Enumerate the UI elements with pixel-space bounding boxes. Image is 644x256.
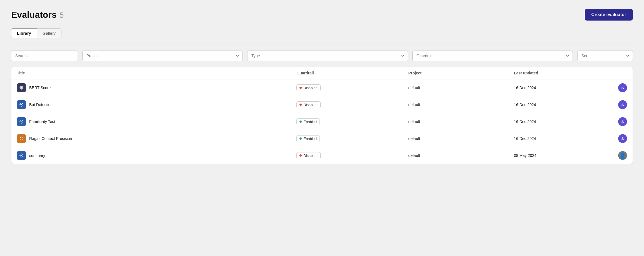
title-cell: BERT Score (11, 79, 291, 96)
table-body: BERT Score Disabled default 16 Dec 2024 … (11, 79, 633, 164)
svg-point-8 (20, 154, 23, 157)
evaluator-title: summary (29, 153, 45, 158)
project-filter[interactable]: Project (82, 51, 243, 61)
avatar: S (618, 134, 627, 143)
evaluator-count: 5 (60, 11, 64, 20)
title-cell: Familiarity Test (11, 113, 291, 130)
col-header-project: Project (403, 67, 508, 79)
last-updated-date: 08 May 2024 (514, 153, 536, 158)
svg-point-3 (20, 120, 23, 123)
evaluator-icon (17, 117, 26, 126)
guardrail-badge: Enabled (296, 135, 320, 142)
svg-point-0 (21, 87, 22, 89)
evaluator-icon (17, 100, 26, 109)
sort-select[interactable]: Sort (577, 51, 633, 61)
last-updated-cell: 16 Dec 2024 S (508, 96, 633, 113)
table-row[interactable]: BERT Score Disabled default 16 Dec 2024 … (11, 79, 633, 96)
guardrail-badge: Disabled (296, 152, 321, 159)
table-row[interactable]: Familiarity Test Enabled default 16 Dec … (11, 113, 633, 130)
guardrail-cell: Enabled (291, 130, 403, 147)
last-updated-date: 16 Dec 2024 (514, 119, 536, 124)
svg-rect-5 (22, 137, 23, 138)
table-row[interactable]: Ragas Context Precision Enabled default … (11, 130, 633, 147)
table-row[interactable]: Bot Detection Disabled default 16 Dec 20… (11, 96, 633, 113)
filter-bar: Project Type Guardrail Sort (11, 51, 633, 61)
guardrail-badge: Disabled (296, 101, 321, 108)
last-updated-cell: 08 May 2024 👤 (508, 147, 633, 164)
table: Title Guardrail Project Last updated BER… (11, 67, 633, 164)
title-cell: Bot Detection (11, 96, 291, 113)
guardrail-badge: Disabled (296, 84, 321, 91)
create-evaluator-button[interactable]: Create evaluator (585, 9, 633, 21)
guardrail-label: Disabled (303, 103, 318, 107)
avatar: S (618, 83, 627, 92)
guardrail-status-dot (299, 137, 302, 140)
guardrail-status-dot (299, 104, 302, 106)
last-updated-cell: 16 Dec 2024 S (508, 79, 633, 96)
project-name: default (408, 119, 420, 124)
guardrail-label: Disabled (303, 86, 318, 90)
last-updated-date: 16 Dec 2024 (514, 102, 536, 107)
table-row[interactable]: summary Disabled default 08 May 2024 👤 (11, 147, 633, 164)
last-updated-date: 16 Dec 2024 (514, 86, 536, 90)
last-updated-cell: 16 Dec 2024 S (508, 130, 633, 147)
evaluator-title: Bot Detection (29, 102, 53, 107)
col-header-guardrail: Guardrail (291, 67, 403, 79)
avatar: S (618, 100, 627, 109)
project-cell: default (403, 147, 508, 164)
evaluator-icon (17, 83, 26, 92)
guardrail-label: Enabled (303, 120, 317, 124)
search-input[interactable] (11, 51, 78, 61)
evaluator-icon (17, 134, 26, 143)
divider (11, 44, 633, 44)
svg-point-2 (21, 104, 22, 105)
evaluator-title: Ragas Context Precision (29, 136, 72, 141)
tab-bar: Library Gallery (11, 28, 633, 38)
last-updated-cell: 16 Dec 2024 S (508, 113, 633, 130)
svg-rect-7 (22, 139, 23, 140)
guardrail-label: Enabled (303, 137, 317, 141)
evaluator-icon (17, 151, 26, 160)
header-title-group: Evaluators 5 (11, 10, 64, 20)
type-filter[interactable]: Type (247, 51, 408, 61)
title-cell: summary (11, 147, 291, 164)
guardrail-cell: Enabled (291, 113, 403, 130)
project-cell: default (403, 79, 508, 96)
svg-rect-4 (20, 137, 21, 138)
evaluators-table: Title Guardrail Project Last updated BER… (11, 67, 633, 164)
project-cell: default (403, 130, 508, 147)
project-name: default (408, 86, 420, 90)
project-name: default (408, 136, 420, 141)
guardrail-cell: Disabled (291, 96, 403, 113)
avatar: S (618, 117, 627, 126)
guardrail-cell: Disabled (291, 147, 403, 164)
col-header-last-updated: Last updated (508, 67, 633, 79)
last-updated-date: 16 Dec 2024 (514, 136, 536, 141)
evaluator-title: BERT Score (29, 86, 51, 90)
page-header: Evaluators 5 Create evaluator (11, 9, 633, 21)
guardrail-cell: Disabled (291, 79, 403, 96)
project-cell: default (403, 113, 508, 130)
guardrail-label: Disabled (303, 154, 318, 158)
project-name: default (408, 153, 420, 158)
svg-rect-6 (20, 139, 21, 140)
project-name: default (408, 102, 420, 107)
tab-library[interactable]: Library (11, 28, 37, 38)
guardrail-filter[interactable]: Guardrail (412, 51, 573, 61)
evaluator-title: Familiarity Test (29, 119, 55, 124)
col-header-title: Title (11, 67, 291, 79)
guardrail-badge: Enabled (296, 118, 320, 125)
guardrail-status-dot (299, 87, 302, 89)
tab-gallery[interactable]: Gallery (37, 28, 62, 38)
avatar: 👤 (618, 151, 627, 160)
table-header: Title Guardrail Project Last updated (11, 67, 633, 79)
page-title: Evaluators (11, 10, 57, 20)
project-cell: default (403, 96, 508, 113)
title-cell: Ragas Context Precision (11, 130, 291, 147)
guardrail-status-dot (299, 154, 302, 157)
guardrail-status-dot (299, 121, 302, 123)
